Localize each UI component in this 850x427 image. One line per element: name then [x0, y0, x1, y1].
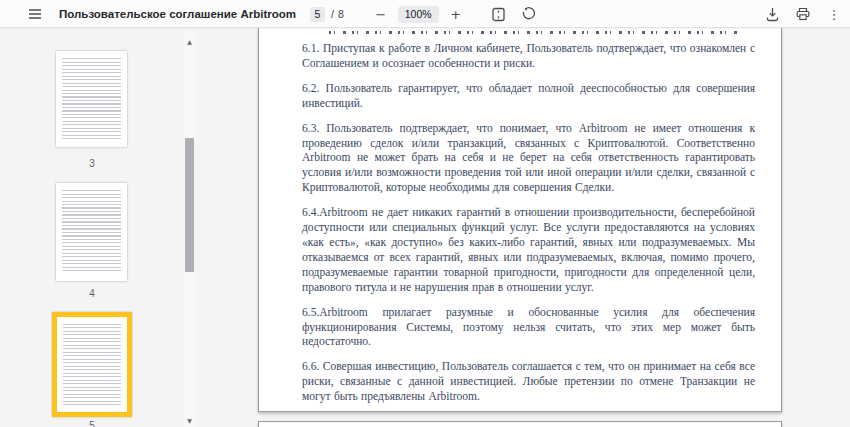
thumbnail-text-lines	[63, 324, 121, 405]
pdf-page-6	[258, 421, 782, 427]
rotate-button[interactable]	[518, 4, 538, 24]
pdf-toolbar: Пользовательское соглашение Arbitroom 5 …	[0, 0, 850, 28]
download-icon	[766, 7, 779, 22]
page-count: 8	[338, 8, 344, 20]
menu-button[interactable]	[25, 4, 45, 24]
agreement-paragraph-6-2: 6.2. Пользователь гарантирует, что облад…	[302, 81, 755, 111]
pdf-page-5: 6.1. Приступая к работе в Личном кабинет…	[258, 28, 782, 412]
more-options-button[interactable]: ⋮	[824, 4, 844, 24]
scroll-down-icon: ▼	[187, 417, 192, 424]
thumbnail-label-4: 4	[52, 288, 132, 299]
page-divider: /	[331, 8, 334, 20]
agreement-paragraph-6-1: 6.1. Приступая к работе в Личном кабинет…	[302, 41, 755, 71]
hamburger-menu-icon	[29, 9, 41, 19]
thumbnail-sidebar: 3 4 5 ▲ ▼	[0, 28, 200, 427]
rotate-ccw-icon	[521, 7, 535, 21]
plus-icon: +	[450, 8, 461, 21]
zoom-level-badge: 100%	[398, 6, 439, 23]
sidebar-scrollbar-thumb[interactable]	[185, 138, 194, 272]
scroll-down-button[interactable]: ▼	[184, 414, 195, 426]
scroll-up-button[interactable]: ▲	[184, 35, 195, 47]
thumbnail-label-3: 3	[52, 158, 132, 169]
zoom-out-button[interactable]: −	[371, 4, 391, 24]
agreement-paragraph-6-4: 6.4.Arbitroom не дает никаких гарантий в…	[302, 205, 755, 294]
agreement-paragraph-6-3: 6.3. Пользователь подтверждает, что пони…	[302, 121, 755, 196]
scroll-up-icon: ▲	[187, 38, 192, 45]
kebab-menu-icon: ⋮	[828, 7, 841, 22]
print-button[interactable]	[793, 4, 813, 24]
clipped-text-line	[329, 31, 737, 34]
thumbnail-page-3[interactable]	[56, 51, 127, 147]
minus-icon: −	[375, 8, 386, 21]
fit-page-icon	[492, 7, 505, 22]
agreement-paragraph-6-5: 6.5.Arbitroom прилагает разумные и обосн…	[302, 305, 755, 350]
fit-to-page-button[interactable]	[489, 4, 509, 24]
page-number-field[interactable]: 5	[310, 7, 325, 22]
zoom-in-button[interactable]: +	[446, 4, 466, 24]
agreement-paragraph-6-6: 6.6. Совершая инвестицию, Пользователь с…	[302, 359, 755, 404]
print-icon	[796, 7, 810, 21]
thumbnail-text-lines	[62, 190, 121, 274]
sidebar-scrollbar[interactable]: ▲ ▼	[184, 28, 195, 427]
document-title: Пользовательское соглашение Arbitroom	[59, 8, 296, 20]
thumbnail-label-5: 5	[52, 420, 132, 427]
thumbnail-page-4[interactable]	[56, 183, 127, 281]
thumbnail-page-5-current[interactable]	[52, 312, 132, 417]
download-button[interactable]	[762, 4, 782, 24]
thumbnail-text-lines	[62, 58, 121, 140]
